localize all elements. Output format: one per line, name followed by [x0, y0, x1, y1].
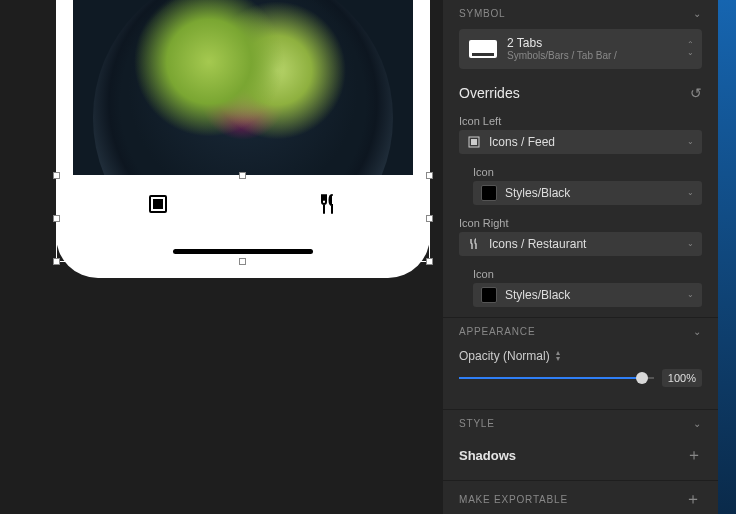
symbol-section-header[interactable]: SYMBOL ⌄	[443, 0, 718, 27]
appearance-section-header[interactable]: APPEARANCE ⌄	[443, 318, 718, 345]
opacity-label: Opacity (Normal)	[459, 349, 550, 363]
icon-right-color-label: Icon	[443, 260, 718, 283]
chevron-down-icon: ⌄	[693, 8, 702, 19]
resize-handle[interactable]	[239, 172, 246, 179]
feed-icon	[467, 135, 481, 149]
opacity-stepper[interactable]: ▴▾	[556, 350, 560, 362]
icon-right-dropdown[interactable]: Icons / Restaurant ⌄	[459, 232, 702, 256]
section-label: MAKE EXPORTABLE	[459, 494, 568, 505]
shadows-label: Shadows	[459, 448, 516, 463]
resize-handle[interactable]	[53, 215, 60, 222]
section-label: SYMBOL	[459, 8, 505, 19]
color-swatch	[481, 185, 497, 201]
icon-left-label: Icon Left	[443, 107, 718, 130]
svg-rect-3	[471, 139, 477, 145]
resize-handle[interactable]	[53, 172, 60, 179]
chevron-updown-icon: ⌄	[687, 189, 694, 197]
resize-handle[interactable]	[426, 215, 433, 222]
section-label: Overrides	[459, 85, 520, 101]
chevron-updown-icon: ⌄	[687, 291, 694, 299]
dropdown-value: Styles/Black	[505, 288, 694, 302]
icon-right-color-dropdown[interactable]: Styles/Black ⌄	[473, 283, 702, 307]
dropdown-value: Icons / Feed	[489, 135, 694, 149]
symbol-name: 2 Tabs	[507, 36, 617, 50]
hero-image	[73, 0, 413, 176]
symbol-path: Symbols/Bars / Tab Bar /	[507, 50, 617, 62]
resize-handle[interactable]	[426, 258, 433, 265]
shadows-row[interactable]: Shadows ＋	[443, 437, 718, 470]
icon-right-label: Icon Right	[443, 209, 718, 232]
icon-left-dropdown[interactable]: Icons / Feed ⌄	[459, 130, 702, 154]
style-section-header[interactable]: STYLE ⌄	[443, 410, 718, 437]
resize-handle[interactable]	[239, 258, 246, 265]
selection-box[interactable]	[56, 175, 430, 262]
resize-handle[interactable]	[53, 258, 60, 265]
restaurant-icon	[467, 237, 481, 251]
add-icon[interactable]: ＋	[686, 445, 702, 466]
chevron-updown-icon: ⌄	[687, 138, 694, 146]
symbol-selector[interactable]: 2 Tabs Symbols/Bars / Tab Bar / ⌃⌄	[459, 29, 702, 69]
chevron-down-icon: ⌄	[693, 418, 702, 429]
slider-thumb[interactable]	[636, 372, 648, 384]
section-label: APPEARANCE	[459, 326, 535, 337]
overrides-header: Overrides ↺	[443, 79, 718, 107]
symbol-thumbnail	[469, 40, 497, 58]
canvas-area[interactable]	[0, 0, 443, 514]
resize-handle[interactable]	[426, 172, 433, 179]
icon-left-color-dropdown[interactable]: Styles/Black ⌄	[473, 181, 702, 205]
section-label: STYLE	[459, 418, 495, 429]
add-icon[interactable]: ＋	[685, 489, 702, 510]
opacity-slider[interactable]	[459, 371, 654, 385]
desktop-background	[718, 0, 736, 514]
chevron-updown-icon: ⌃⌄	[687, 41, 694, 57]
dropdown-value: Icons / Restaurant	[489, 237, 694, 251]
make-exportable-header[interactable]: MAKE EXPORTABLE ＋	[443, 481, 718, 514]
dropdown-value: Styles/Black	[505, 186, 694, 200]
reset-overrides-icon[interactable]: ↺	[690, 85, 702, 101]
icon-left-color-label: Icon	[443, 158, 718, 181]
color-swatch	[481, 287, 497, 303]
chevron-updown-icon: ⌄	[687, 240, 694, 248]
opacity-value[interactable]: 100%	[662, 369, 702, 387]
inspector-sidebar: SYMBOL ⌄ 2 Tabs Symbols/Bars / Tab Bar /…	[443, 0, 718, 514]
chevron-down-icon: ⌄	[693, 326, 702, 337]
